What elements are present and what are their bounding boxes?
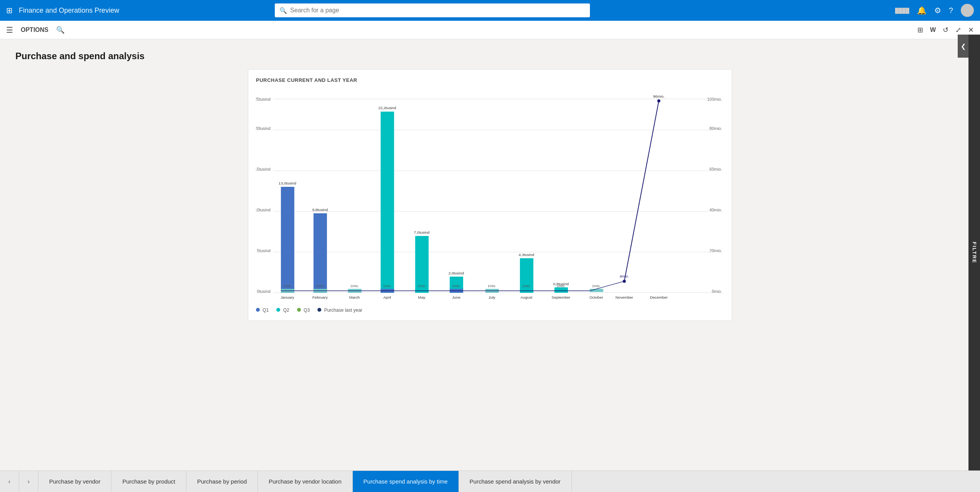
refresh-icon[interactable]: ↺: [943, 26, 948, 34]
legend-last-year: Purchase last year: [317, 308, 362, 313]
svg-text:1mio.: 1mio.: [283, 284, 292, 288]
purchase-last-year-line: [624, 101, 659, 281]
nav-right: ████ 🔔 ⚙ ?: [895, 4, 974, 17]
chart-area: 0tusind 5tusind 10tusind 15tusind 20tusi…: [256, 89, 724, 304]
svg-text:November: November: [615, 295, 633, 299]
hamburger-icon[interactable]: ☰: [6, 25, 13, 35]
svg-text:13,0tusind: 13,0tusind: [279, 181, 296, 185]
main-content: Purchase and spend analysis PURCHASE CUR…: [0, 39, 980, 321]
options-toolbar-right: ⊞ W ↺ ⤢ ✕: [917, 26, 974, 34]
chart-legend: Q1 Q2 Q3 Purchase last year: [256, 308, 724, 313]
svg-text:20tusind: 20tusind: [256, 126, 271, 131]
svg-text:22,2tusind: 22,2tusind: [378, 106, 396, 110]
svg-text:0tusind: 0tusind: [257, 289, 271, 294]
svg-text:January: January: [281, 295, 294, 299]
tab-purchase-by-vendor-location[interactable]: Purchase by vendor location: [258, 471, 352, 492]
filtre-arrow-button[interactable]: ❮: [958, 35, 968, 58]
filtre-panel[interactable]: FILTRE: [968, 35, 980, 470]
options-search-icon[interactable]: 🔍: [56, 26, 65, 34]
svg-text:25tusind: 25tusind: [256, 97, 271, 101]
svg-text:96mio.: 96mio.: [653, 94, 664, 98]
svg-text:April: April: [383, 295, 391, 299]
word-icon[interactable]: W: [930, 27, 936, 33]
tab-purchase-by-product[interactable]: Purchase by product: [111, 471, 186, 492]
user-image: ████: [895, 8, 909, 13]
options-label: OPTIONS: [21, 27, 48, 33]
tiles-icon[interactable]: ⊞: [917, 26, 923, 34]
popout-icon[interactable]: ⤢: [955, 26, 961, 34]
chart-title: PURCHASE CURRENT AND LAST YEAR: [256, 77, 724, 83]
svg-text:1mio.: 1mio.: [383, 284, 391, 288]
gear-icon[interactable]: ⚙: [934, 6, 941, 15]
bar-january[interactable]: [281, 187, 294, 293]
svg-text:February: February: [312, 295, 328, 299]
chart-container: PURCHASE CURRENT AND LAST YEAR 0tusind 5…: [248, 69, 732, 321]
tab-next-button[interactable]: ›: [19, 471, 38, 492]
grid-icon[interactable]: ⊞: [6, 6, 13, 15]
search-icon: 🔍: [279, 7, 287, 14]
bottom-tabs: ‹ › Purchase by vendor Purchase by produ…: [0, 470, 980, 492]
svg-text:1mio.: 1mio.: [350, 284, 359, 288]
svg-text:9,8tusind: 9,8tusind: [312, 208, 327, 212]
svg-text:June: June: [452, 295, 460, 299]
svg-text:August: August: [520, 295, 532, 299]
legend-q3: Q3: [297, 308, 310, 313]
help-icon[interactable]: ?: [949, 6, 953, 15]
svg-text:July: July: [488, 295, 495, 299]
svg-text:7,0tusind: 7,0tusind: [414, 230, 429, 234]
app-title: Finance and Operations Preview: [19, 7, 119, 15]
svg-text:4mio.: 4mio.: [620, 274, 629, 278]
legend-q2-dot: [276, 308, 280, 312]
svg-text:4,3tusind: 4,3tusind: [519, 253, 534, 257]
svg-text:1mio.: 1mio.: [452, 284, 460, 288]
line-point-december: [657, 99, 660, 102]
svg-text:0mio.: 0mio.: [712, 289, 722, 294]
svg-text:15tusind: 15tusind: [256, 167, 271, 171]
bar-april[interactable]: [380, 111, 394, 293]
svg-text:March: March: [349, 295, 360, 299]
bell-icon[interactable]: 🔔: [917, 6, 927, 15]
svg-text:1mio.: 1mio.: [316, 284, 324, 288]
tab-purchase-spend-analysis-by-time[interactable]: Purchase spend analysis by time: [353, 471, 459, 492]
tab-purchase-by-period[interactable]: Purchase by period: [186, 471, 258, 492]
avatar[interactable]: [961, 4, 974, 17]
legend-q1: Q1: [256, 308, 269, 313]
search-bar: 🔍: [275, 3, 590, 17]
top-nav: ⊞ Finance and Operations Preview 🔍 ████ …: [0, 0, 980, 21]
svg-text:5tusind: 5tusind: [257, 248, 271, 253]
svg-text:May: May: [418, 295, 425, 299]
svg-text:September: September: [551, 295, 570, 299]
svg-text:1mio.: 1mio.: [592, 284, 601, 288]
svg-text:1mio.: 1mio.: [557, 284, 565, 288]
tab-prev-button[interactable]: ‹: [0, 471, 19, 492]
page-title: Purchase and spend analysis: [15, 51, 965, 62]
legend-q2: Q2: [276, 308, 289, 313]
chart-svg: 0tusind 5tusind 10tusind 15tusind 20tusi…: [256, 89, 724, 304]
legend-last-year-dot: [317, 308, 321, 312]
svg-text:October: October: [590, 295, 603, 299]
svg-text:100mio.: 100mio.: [707, 97, 722, 101]
tab-purchase-by-vendor[interactable]: Purchase by vendor: [38, 471, 111, 492]
svg-text:1mio.: 1mio.: [488, 284, 496, 288]
svg-text:1mio.: 1mio.: [522, 284, 531, 288]
tab-purchase-spend-analysis-by-vendor[interactable]: Purchase spend analysis by vendor: [459, 471, 572, 492]
search-input[interactable]: [290, 7, 585, 14]
bar-february[interactable]: [314, 213, 327, 293]
svg-text:1mio.: 1mio.: [417, 284, 426, 288]
svg-text:2,0tusind: 2,0tusind: [448, 271, 464, 275]
svg-text:December: December: [650, 295, 668, 299]
bar-sep-small: [555, 289, 568, 292]
options-bar: ☰ OPTIONS 🔍 ⊞ W ↺ ⤢ ✕: [0, 21, 980, 39]
legend-q1-dot: [256, 308, 260, 312]
legend-q3-dot: [297, 308, 301, 312]
svg-text:10tusind: 10tusind: [256, 208, 271, 212]
close-icon[interactable]: ✕: [968, 26, 974, 34]
